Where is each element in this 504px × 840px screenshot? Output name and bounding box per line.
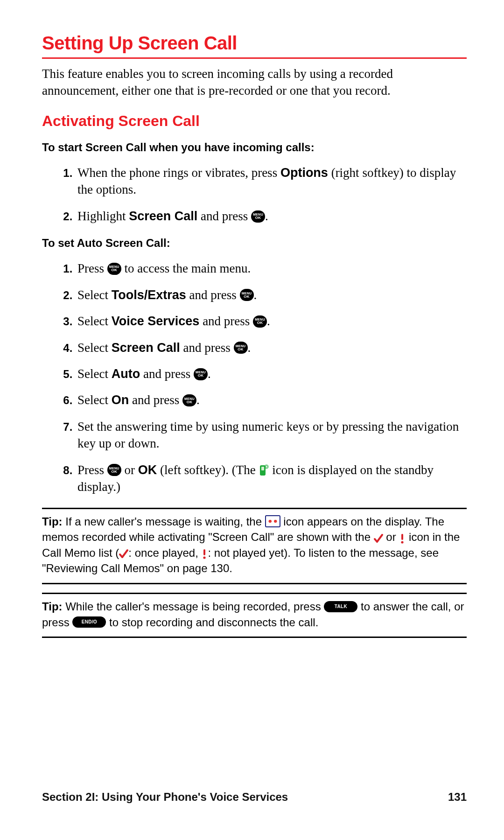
svg-point-2: [266, 466, 267, 468]
step-bold: On: [112, 393, 129, 407]
step-bold: Options: [280, 166, 328, 180]
step-text: Select: [77, 367, 112, 381]
svg-point-5: [401, 541, 404, 543]
step-bold: Auto: [112, 367, 140, 381]
exclamation-red-icon: [201, 547, 208, 558]
step-text: Select: [77, 341, 112, 355]
step-item: Select Auto and press MENUOK.: [76, 365, 467, 382]
step-text: Press: [77, 261, 107, 275]
step-text: When the phone rings or vibrates, press: [77, 166, 280, 180]
step-text: Press: [77, 463, 107, 477]
leadin-auto-screen-call: To set Auto Screen Call:: [42, 237, 467, 250]
step-bold: Tools/Extras: [112, 288, 186, 302]
step-item: Highlight Screen Call and press MENUOK.: [76, 208, 467, 224]
step-text: and press: [129, 393, 182, 407]
steps-start-screen-call: When the phone rings or vibrates, press …: [42, 164, 467, 224]
tip-text: : once played,: [128, 546, 201, 559]
step-item: Select Voice Services and press MENUOK.: [76, 313, 467, 329]
step-text: and press: [140, 367, 194, 381]
menu-ok-key-icon: MENUOK: [182, 394, 196, 406]
tape-icon: [265, 515, 280, 527]
phone-green-icon: [259, 464, 269, 476]
step-item: Set the answering time by using numeric …: [76, 418, 467, 452]
step-text: (left softkey). (The: [157, 463, 259, 477]
tip-text: If a new caller's message is waiting, th…: [65, 515, 265, 528]
step-item: Select On and press MENUOK.: [76, 392, 467, 408]
step-text: .: [196, 393, 200, 407]
menu-ok-key-icon: MENUOK: [253, 315, 267, 328]
tip-block-1: Tip: If a new caller's message is waitin…: [42, 509, 467, 583]
menu-ok-key-icon: MENUOK: [107, 464, 121, 476]
tip-label: Tip:: [42, 600, 65, 613]
menu-ok-key-icon: MENUOK: [194, 368, 208, 380]
exclamation-red-icon: [399, 532, 406, 542]
sub-heading: Activating Screen Call: [42, 112, 467, 130]
menu-ok-key-icon: MENUOK: [240, 289, 254, 301]
step-text: and press: [186, 288, 240, 302]
tip-text: or: [383, 531, 399, 543]
page-heading: Setting Up Screen Call: [42, 33, 467, 54]
svg-rect-4: [401, 534, 403, 540]
step-bold: Screen Call: [112, 341, 180, 355]
step-text: or: [121, 463, 138, 477]
step-item: Press MENUOK or OK (left softkey). (The …: [76, 462, 467, 496]
step-text: Select: [77, 288, 112, 302]
step-text: and press: [199, 314, 253, 328]
talk-key-icon: TALK: [324, 601, 357, 612]
svg-point-7: [203, 557, 206, 559]
step-text: Select: [77, 393, 112, 407]
step-item: When the phone rings or vibrates, press …: [76, 164, 467, 198]
check-red-icon: [374, 532, 383, 542]
tip-text: While the caller's message is being reco…: [65, 600, 324, 613]
step-text: to access the main menu.: [121, 261, 251, 275]
spacer: [42, 584, 467, 593]
step-item: Press MENUOK to access the main menu.: [76, 260, 467, 277]
check-red-icon: [119, 547, 128, 558]
intro-paragraph: This feature enables you to screen incom…: [42, 65, 467, 99]
step-bold: OK: [138, 463, 157, 477]
tip-label: Tip:: [42, 515, 65, 528]
leadin-start-screen-call: To start Screen Call when you have incom…: [42, 141, 467, 154]
menu-ok-key-icon: MENUOK: [251, 210, 265, 223]
heading-rule: [42, 57, 467, 59]
svg-rect-1: [261, 467, 264, 470]
menu-ok-key-icon: MENUOK: [107, 263, 121, 275]
footer-section: Section 2I: Using Your Phone's Voice Ser…: [42, 791, 288, 804]
end-key-icon: END/O: [72, 616, 106, 628]
step-text: and press: [180, 341, 234, 355]
svg-rect-6: [203, 549, 205, 555]
step-text: .: [265, 209, 268, 223]
step-bold: Voice Services: [112, 314, 200, 328]
step-text: Highlight: [77, 209, 129, 223]
step-text: .: [248, 341, 251, 355]
step-text: Select: [77, 314, 112, 328]
step-text: .: [254, 288, 257, 302]
menu-ok-key-icon: MENUOK: [234, 342, 248, 354]
tip-block-2: Tip: While the caller's message is being…: [42, 594, 467, 637]
footer-page-number: 131: [448, 791, 467, 804]
step-item: Select Tools/Extras and press MENUOK.: [76, 287, 467, 303]
steps-auto-screen-call: Press MENUOK to access the main menu. Se…: [42, 260, 467, 495]
step-text: .: [208, 367, 211, 381]
step-text: Set the answering time by using numeric …: [77, 420, 459, 450]
tip-text: to stop recording and disconnects the ca…: [106, 616, 318, 629]
step-bold: Screen Call: [129, 209, 197, 223]
page-footer: Section 2I: Using Your Phone's Voice Ser…: [42, 791, 467, 804]
step-text: .: [267, 314, 270, 328]
step-item: Select Screen Call and press MENUOK.: [76, 339, 467, 356]
tip-rule: [42, 637, 467, 638]
step-text: and press: [197, 209, 251, 223]
